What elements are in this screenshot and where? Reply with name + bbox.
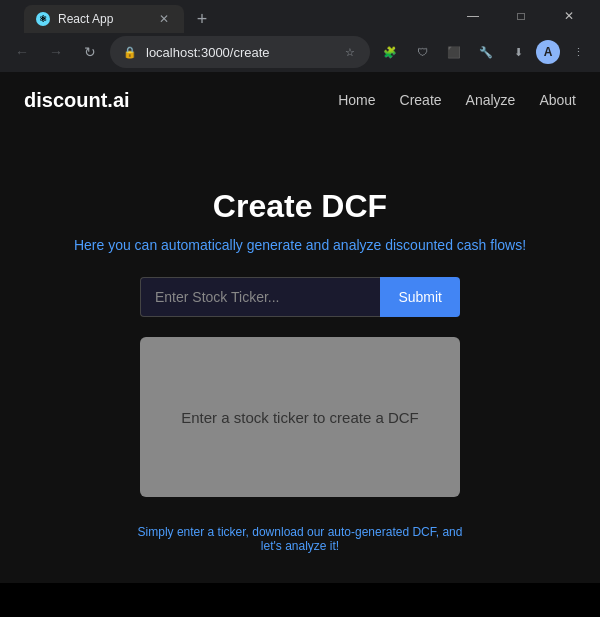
url-text: localhost:3000/create (146, 45, 334, 60)
placeholder-box-text: Enter a stock ticker to create a DCF (181, 409, 419, 426)
back-button[interactable]: ← (8, 38, 36, 66)
logo: discount.ai (24, 89, 130, 112)
submit-button[interactable]: Submit (380, 277, 460, 317)
page-subtitle: Here you can automatically generate and … (74, 237, 526, 253)
minimize-button[interactable]: — (450, 0, 496, 32)
navbar: discount.ai Home Create Analyze About (0, 72, 600, 128)
ticker-input-row: Submit (140, 277, 460, 317)
nav-home[interactable]: Home (338, 92, 375, 108)
window-buttons: — □ ✕ (450, 0, 592, 32)
main-content: Create DCF Here you can automatically ge… (0, 128, 600, 553)
title-bar: ⚛ React App ✕ + — □ ✕ (0, 0, 600, 32)
extension-icon-2[interactable]: 🛡 (408, 38, 436, 66)
profile-avatar[interactable]: A (536, 40, 560, 64)
address-icons: ☆ (342, 44, 358, 60)
nav-create[interactable]: Create (400, 92, 442, 108)
extension-icon-4[interactable]: 🔧 (472, 38, 500, 66)
website: discount.ai Home Create Analyze About Cr… (0, 72, 600, 583)
close-button[interactable]: ✕ (546, 0, 592, 32)
new-tab-button[interactable]: + (188, 5, 216, 33)
tab-bar: ⚛ React App ✕ + (16, 0, 450, 33)
refresh-button[interactable]: ↻ (76, 38, 104, 66)
nav-analyze[interactable]: Analyze (466, 92, 516, 108)
extension-icon-1[interactable]: 🧩 (376, 38, 404, 66)
extension-icon-3[interactable]: ⬛ (440, 38, 468, 66)
lock-icon: 🔒 (122, 44, 138, 60)
ticker-input[interactable] (140, 277, 380, 317)
maximize-button[interactable]: □ (498, 0, 544, 32)
extensions-area: 🧩 🛡 ⬛ 🔧 ⬇ A ⋮ (376, 38, 592, 66)
page-title: Create DCF (213, 188, 387, 225)
menu-icon[interactable]: ⋮ (564, 38, 592, 66)
star-icon[interactable]: ☆ (342, 44, 358, 60)
address-bar[interactable]: 🔒 localhost:3000/create ☆ (110, 36, 370, 68)
active-tab[interactable]: ⚛ React App ✕ (24, 5, 184, 33)
tab-title: React App (58, 12, 148, 26)
nav-links: Home Create Analyze About (338, 92, 576, 108)
extension-icon-5[interactable]: ⬇ (504, 38, 532, 66)
nav-about[interactable]: About (539, 92, 576, 108)
footer-hint: Simply enter a ticker, download our auto… (130, 525, 470, 553)
forward-button[interactable]: → (42, 38, 70, 66)
tab-favicon: ⚛ (36, 12, 50, 26)
tab-close-button[interactable]: ✕ (156, 11, 172, 27)
dcf-placeholder-box: Enter a stock ticker to create a DCF (140, 337, 460, 497)
address-bar-row: ← → ↻ 🔒 localhost:3000/create ☆ 🧩 🛡 ⬛ 🔧 … (0, 32, 600, 72)
browser-chrome: ⚛ React App ✕ + — □ ✕ ← → ↻ 🔒 localhost:… (0, 0, 600, 72)
